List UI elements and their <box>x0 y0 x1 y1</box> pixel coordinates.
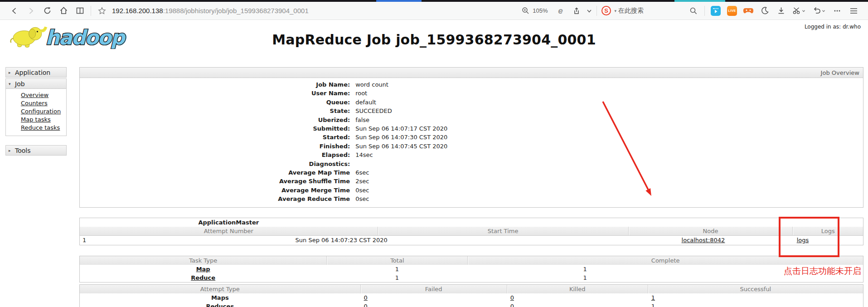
refresh-button[interactable] <box>39 4 55 18</box>
back-button[interactable] <box>6 4 23 18</box>
ie-icon: e <box>558 6 563 15</box>
url-host: 192.168.200.138 <box>112 7 163 15</box>
reduce-tasks-link[interactable]: Reduce <box>191 274 215 281</box>
reduce-complete: 1 <box>467 274 702 281</box>
field-label: Diagnostics: <box>80 160 350 168</box>
table-row: 1 Sun Sep 06 14:07:23 CST 2020 localhost… <box>80 235 863 245</box>
col-logs: Logs <box>792 227 863 235</box>
attempts-header: Attempt Type Failed Killed Successful <box>80 285 863 293</box>
sidebar-item-configuration[interactable]: Configuration <box>21 107 66 116</box>
sidebar-item-counters[interactable]: Counters <box>21 99 66 107</box>
page-title: MapReduce Job job_1599368273904_0001 <box>0 32 868 48</box>
screenshot-button[interactable] <box>789 4 809 18</box>
reading-list-button[interactable] <box>72 4 88 18</box>
favorite-star-icon <box>98 7 106 15</box>
sogou-icon: S <box>601 6 611 15</box>
undo-icon <box>813 6 821 15</box>
video-button[interactable] <box>708 4 724 18</box>
main-content: Job Overview Job Name:word count User Na… <box>79 67 863 307</box>
video-icon <box>711 6 721 16</box>
maps-failed-link[interactable]: 0 <box>364 294 368 301</box>
col-task-type: Task Type <box>80 256 326 265</box>
col-attempt-number: Attempt Number <box>80 227 378 235</box>
col-start-time: Start Time <box>378 227 628 235</box>
field-label: Average Reduce Time <box>80 195 350 203</box>
more-button[interactable] <box>829 4 845 18</box>
field-label: Submitted: <box>80 124 350 133</box>
maps-successful-link[interactable]: 1 <box>651 294 655 301</box>
favorite-button[interactable] <box>94 4 110 18</box>
reduces-successful-link[interactable]: 1 <box>651 303 655 307</box>
sidebar-item-overview[interactable]: Overview <box>21 91 66 99</box>
zoom-level[interactable]: 105% <box>533 7 548 14</box>
application-master-title-row: ApplicationMaster <box>80 218 863 227</box>
toolbar-separator <box>704 6 705 16</box>
sidebar-section-tools[interactable]: ▸ Tools <box>5 145 67 156</box>
map-complete: 1 <box>467 266 702 273</box>
field-value: Sun Sep 06 14:07:17 CST 2020 <box>350 124 863 133</box>
search-button[interactable] <box>685 4 702 18</box>
reduces-failed-link[interactable]: 0 <box>364 303 368 307</box>
undo-close-button[interactable] <box>809 4 829 18</box>
field-value: false <box>350 116 863 124</box>
sidebar-section-application[interactable]: ▸ Application <box>5 67 67 78</box>
field-value: default <box>350 98 863 107</box>
download-button[interactable] <box>773 4 789 18</box>
toolbar-expand-button[interactable] <box>585 4 594 18</box>
zoom-button[interactable] <box>520 4 531 18</box>
share-button[interactable] <box>568 4 585 18</box>
tab-accent <box>376 0 422 2</box>
maps-killed-link[interactable]: 0 <box>510 294 514 301</box>
field-value <box>350 160 863 168</box>
search-engine-caret-icon[interactable]: ▾ <box>614 9 616 13</box>
open-in-ie-button[interactable]: e <box>552 4 568 18</box>
address-bar[interactable]: 192.168.200.138:19888/jobhistory/job/job… <box>112 7 520 15</box>
browser-toolbar: 192.168.200.138:19888/jobhistory/job/job… <box>0 2 868 20</box>
night-mode-button[interactable] <box>756 4 773 18</box>
node-link[interactable]: localhost:8042 <box>682 237 725 244</box>
search-input[interactable]: 在此搜索 <box>618 7 644 15</box>
attempt-number: 1 <box>82 237 86 244</box>
tab-accent <box>674 0 725 2</box>
reduce-total: 1 <box>326 274 467 281</box>
field-label: User Name: <box>80 89 350 97</box>
field-value: 2sec <box>350 177 863 185</box>
sidebar-item-map-tasks[interactable]: Map tasks <box>21 116 66 124</box>
field-label: Average Merge Time <box>80 186 350 195</box>
browser-tabstrip <box>0 0 868 2</box>
sidebar-item-reduce-tasks[interactable]: Reduce tasks <box>21 124 66 132</box>
attempt-start-time: Sun Sep 06 14:07:23 CST 2020 <box>296 237 388 244</box>
field-value: Sun Sep 06 14:07:30 CST 2020 <box>350 133 863 141</box>
maps-label: Maps <box>80 294 360 301</box>
logs-link[interactable]: logs <box>797 237 809 244</box>
map-tasks-link[interactable]: Map <box>196 266 210 273</box>
col-failed: Failed <box>360 285 507 293</box>
field-value: 14sec <box>350 151 863 159</box>
games-button[interactable] <box>740 4 756 18</box>
job-overview-fields: Job Name:word count User Name:root Queue… <box>80 78 863 207</box>
logged-in-status: Logged in as: dr.who <box>805 24 861 30</box>
live-icon: LIVE <box>727 6 737 16</box>
sidebar-section-label: Application <box>15 69 50 76</box>
home-icon <box>59 6 68 15</box>
sidebar-section-job[interactable]: ▾ Job <box>5 78 67 89</box>
menu-button[interactable] <box>845 4 862 18</box>
sogou-button[interactable]: S <box>600 4 612 18</box>
sidebar: ▸ Application ▾ Job Overview Counters Co… <box>5 67 67 156</box>
attempts-table: Attempt Type Failed Killed Successful Ma… <box>79 284 863 307</box>
field-label: Uberized: <box>80 116 350 124</box>
field-label: Finished: <box>80 142 350 151</box>
application-master-header: Attempt Number Start Time Node Logs <box>80 227 863 235</box>
job-overview-section: Job Overview Job Name:word count User Na… <box>79 67 863 208</box>
reduces-label: Reduces <box>80 303 360 307</box>
forward-button[interactable] <box>23 4 39 18</box>
field-value: 0sec <box>350 186 863 195</box>
col-attempt-type: Attempt Type <box>80 285 360 293</box>
sidebar-section-label: Tools <box>15 147 31 154</box>
home-button[interactable] <box>55 4 72 18</box>
reduces-killed-link[interactable]: 0 <box>510 303 514 307</box>
caret-right-icon: ▸ <box>9 70 12 75</box>
table-row: Map 1 1 <box>80 265 863 273</box>
jobhistory-page: Logged in as: dr.who hadoop MapReduce Jo… <box>0 20 868 307</box>
live-button[interactable]: LIVE <box>724 4 740 18</box>
